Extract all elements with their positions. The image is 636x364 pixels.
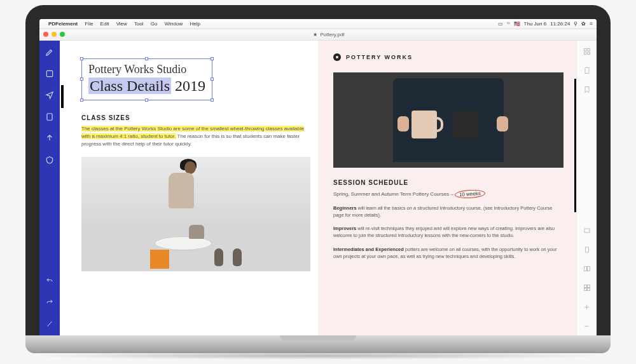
fit-page-icon[interactable]	[583, 245, 591, 254]
resize-handle[interactable]	[211, 98, 214, 102]
svg-rect-14	[587, 288, 590, 290]
screen-bezel: PDFelement File Edit View Tool Go Window…	[25, 5, 611, 335]
menubar-apps: PDFelement File Edit View Tool Go Window…	[48, 21, 206, 27]
page-right: POTTERY WORKS SESSION SCHEDULE Spring, S…	[318, 41, 576, 335]
beginners-paragraph: Beginners will learn all the basics on a…	[333, 205, 563, 219]
title-year: 2019	[175, 78, 205, 94]
screen: PDFelement File Edit View Tool Go Window…	[39, 19, 597, 335]
menu-view[interactable]: View	[116, 21, 127, 27]
fit-width-icon[interactable]	[583, 226, 591, 235]
svg-rect-0	[46, 71, 52, 76]
traffic-lights	[43, 32, 65, 37]
left-toolbar	[39, 41, 60, 335]
title-selected-text: Class Details	[88, 78, 171, 94]
zoom-in-icon[interactable]: +	[583, 302, 591, 311]
brand-logo-icon	[333, 53, 341, 61]
page-panel-icon[interactable]	[583, 66, 591, 75]
document-icon: ★	[313, 32, 317, 37]
annotate-icon[interactable]	[45, 90, 55, 100]
macos-menubar: PDFelement File Edit View Tool Go Window…	[39, 19, 597, 29]
svg-rect-2	[584, 48, 586, 51]
svg-rect-11	[584, 285, 586, 287]
menu-help[interactable]: Help	[190, 21, 200, 27]
section-heading-class-sizes: CLASS SIZES	[81, 114, 310, 121]
more-icon[interactable]	[45, 319, 55, 329]
document-tab[interactable]: ★ Pottery.pdf	[313, 32, 344, 37]
class-sizes-paragraph: The classes at the Pottery Works Studio …	[81, 125, 310, 148]
settings-icon[interactable]: ✿	[581, 21, 586, 27]
protect-icon[interactable]	[45, 155, 55, 165]
redo-icon[interactable]	[45, 297, 55, 307]
selected-text-box[interactable]: Pottery Works Studio Class Details 2019	[81, 58, 212, 100]
menubar-time: 11:26:24	[550, 21, 570, 27]
laptop-mockup: PDFelement File Edit View Tool Go Window…	[25, 5, 611, 360]
svg-rect-12	[587, 285, 590, 287]
cups-photo	[333, 72, 563, 168]
resize-handle[interactable]	[211, 78, 214, 81]
svg-rect-9	[584, 266, 586, 271]
schedule-intro-line: Spring, Summer and Autumn Term Pottery C…	[333, 190, 563, 198]
improvers-paragraph: Improvers will re-visit techniques they …	[333, 225, 563, 239]
thumbnail-panel-icon[interactable]	[583, 47, 591, 56]
share-icon[interactable]	[45, 133, 55, 144]
resize-handle[interactable]	[145, 98, 148, 102]
circled-annotation: 10 weeks	[455, 189, 485, 198]
page-left: Pottery Works Studio Class Details 2019 …	[60, 41, 318, 335]
zoom-out-icon[interactable]: −	[583, 321, 591, 330]
resize-handle[interactable]	[80, 78, 83, 81]
continuous-icon[interactable]	[583, 283, 591, 292]
brand-header: POTTERY WORKS	[333, 53, 563, 61]
close-window-button[interactable]	[43, 32, 48, 37]
svg-rect-10	[587, 266, 590, 271]
document-tab-title: Pottery.pdf	[320, 32, 344, 37]
menu-window[interactable]: Window	[165, 21, 183, 27]
svg-rect-8	[585, 247, 588, 252]
menubar-status: ▭ ⌔ 🇺🇸 Thu Jun 6 11:26:24 ⚲ ✿ ≡	[498, 21, 593, 27]
menu-tool[interactable]: Tool	[134, 21, 144, 27]
bookmark-panel-icon[interactable]	[583, 85, 591, 94]
schedule-intro: Spring, Summer and Autumn Term Pottery C…	[333, 191, 455, 197]
title-line-2: Class Details 2019	[88, 78, 205, 95]
svg-rect-13	[584, 288, 586, 290]
svg-rect-3	[588, 48, 590, 51]
resize-handle[interactable]	[80, 98, 83, 102]
right-panel: + −	[576, 41, 597, 335]
svg-rect-4	[584, 52, 586, 55]
brand-name: POTTERY WORKS	[346, 54, 413, 60]
text-frame-icon[interactable]	[45, 69, 55, 79]
convert-icon[interactable]	[45, 112, 55, 122]
flag-icon[interactable]: 🇺🇸	[514, 21, 520, 27]
menubar-date: Thu Jun 6	[524, 21, 547, 27]
undo-icon[interactable]	[45, 276, 55, 286]
minimize-window-button[interactable]	[52, 32, 57, 37]
maximize-window-button[interactable]	[60, 32, 65, 37]
menu-file[interactable]: File	[85, 21, 93, 27]
resize-handle[interactable]	[145, 57, 148, 60]
title-line-1: Pottery Works Studio	[88, 63, 205, 76]
page-edge-right	[574, 79, 576, 212]
svg-rect-5	[588, 52, 590, 55]
battery-icon[interactable]: ▭	[498, 21, 503, 27]
edit-tool-icon[interactable]	[45, 47, 55, 57]
menu-go[interactable]: Go	[151, 21, 158, 27]
document-viewport[interactable]: Pottery Works Studio Class Details 2019 …	[60, 41, 576, 335]
svg-rect-1	[47, 113, 52, 120]
pottery-wheel-photo	[81, 157, 310, 271]
svg-rect-7	[584, 229, 590, 233]
app-body: Pottery Works Studio Class Details 2019 …	[39, 41, 597, 335]
resize-handle[interactable]	[211, 57, 214, 60]
laptop-base	[25, 335, 611, 353]
resize-handle[interactable]	[80, 57, 83, 60]
menubar-app-name[interactable]: PDFelement	[48, 21, 78, 27]
intermediates-paragraph: Intermediates and Experienced potters ar…	[333, 246, 563, 260]
siri-icon[interactable]: ≡	[590, 21, 593, 27]
menu-edit[interactable]: Edit	[100, 21, 109, 27]
two-page-icon[interactable]	[583, 264, 591, 273]
svg-rect-6	[585, 67, 589, 73]
window-titlebar: ★ Pottery.pdf	[39, 29, 597, 41]
section-heading-schedule: SESSION SCHEDULE	[333, 179, 563, 186]
wifi-icon[interactable]: ⌔	[507, 21, 510, 27]
spotlight-icon[interactable]: ⚲	[574, 21, 577, 27]
